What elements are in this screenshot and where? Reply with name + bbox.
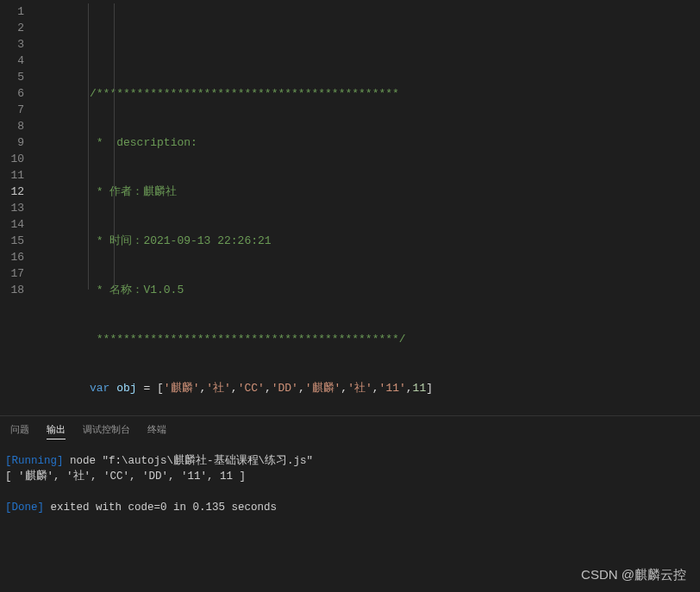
line-num: 16 [0, 249, 24, 265]
line-num-active: 12 [0, 184, 24, 200]
line-num: 10 [0, 151, 24, 167]
done-tag: [Done] [5, 502, 44, 514]
panel-tabs: 问题 输出 调试控制台 终端 [0, 415, 700, 446]
line-num: 6 [0, 85, 24, 102]
tab-debug-console[interactable]: 调试控制台 [83, 423, 130, 439]
line-num: 11 [0, 167, 24, 184]
line-num: 13 [0, 200, 24, 216]
line-num: 7 [0, 102, 24, 118]
code-editor: 1 2 3 4 5 6 7 8 9 10 11 12 13 14 15 16 1… [0, 0, 700, 415]
code-area[interactable]: /***************************************… [34, 0, 700, 415]
tab-output[interactable]: 输出 [47, 423, 66, 439]
line-num: 18 [0, 282, 24, 298]
command-text: node "f:\autojs\麒麟社-基础课程\练习.js" [64, 455, 314, 467]
line-num: 8 [0, 118, 24, 134]
tab-terminal[interactable]: 终端 [147, 423, 166, 439]
output-panel[interactable]: [Running] node "f:\autojs\麒麟社-基础课程\练习.js… [0, 446, 700, 522]
line-num: 3 [0, 36, 24, 53]
code-line: var obj = ['麒麟','社','CC','DD','麒麟','社','… [55, 380, 700, 396]
exit-text: exited with code=0 in 0.135 seconds [44, 502, 277, 514]
line-num: 4 [0, 53, 24, 69]
code-line: * description: [55, 134, 700, 151]
code-line: * 名称：V1.0.5 [55, 282, 700, 298]
indent-guides [34, 0, 75, 415]
code-line: /***************************************… [55, 85, 700, 102]
code-line: * 时间：2021-09-13 22:26:21 [55, 233, 700, 249]
line-num: 14 [0, 216, 24, 233]
line-gutter: 1 2 3 4 5 6 7 8 9 10 11 12 13 14 15 16 1… [0, 0, 34, 415]
line-num: 17 [0, 265, 24, 282]
output-text: [ '麒麟', '社', 'CC', 'DD', '11', 11 ] [5, 470, 246, 483]
watermark: CSDN @麒麟云控 [581, 567, 686, 583]
code-line: ****************************************… [55, 331, 700, 347]
line-num: 9 [0, 134, 24, 151]
line-num: 1 [0, 3, 24, 20]
code-line: * 作者：麒麟社 [55, 184, 700, 200]
line-num: 5 [0, 69, 24, 85]
line-num: 15 [0, 233, 24, 249]
tab-problems[interactable]: 问题 [10, 423, 29, 439]
line-num: 2 [0, 20, 24, 36]
running-tag: [Running] [5, 455, 64, 467]
